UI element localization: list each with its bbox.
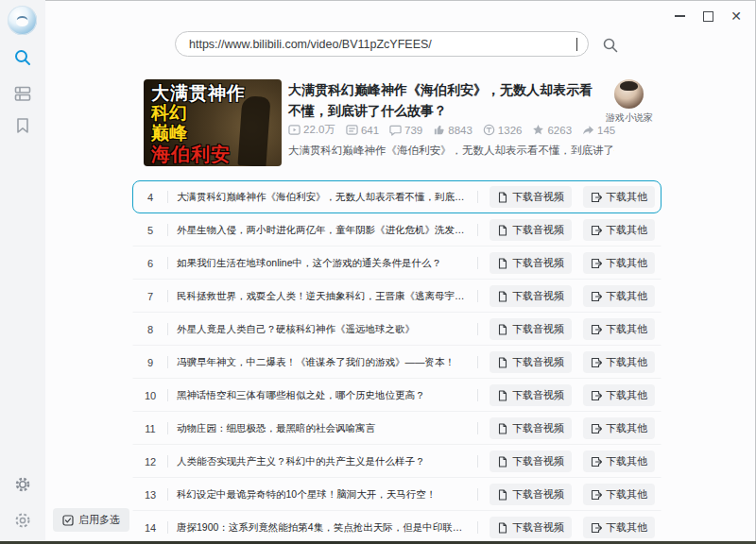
list-item[interactable]: 14 唐探1900：这系列竟然能拍第4集，笑点抢出天际，但是中印联合反美 下载音… <box>132 511 662 544</box>
divider <box>477 422 478 434</box>
sidebar-item-search[interactable] <box>12 47 33 68</box>
row-number: 9 <box>133 357 167 368</box>
file-download-icon <box>497 357 508 368</box>
export-icon <box>591 324 602 335</box>
uploader-name: 游戏小说家 <box>598 111 661 125</box>
download-other-button[interactable]: 下载其他 <box>583 450 655 472</box>
checkbox-icon <box>62 515 74 526</box>
download-av-button[interactable]: 下载音视频 <box>490 219 572 241</box>
divider <box>477 323 478 335</box>
minimize-icon[interactable] <box>669 7 690 26</box>
download-other-button[interactable]: 下载其他 <box>583 351 655 373</box>
row-title: 人类能否实现共产主义？科幻中的共产主义是什么样子？ <box>168 455 477 468</box>
list-item[interactable]: 6 如果我们生活在地球online中，这个游戏的通关条件是什么？ 下载音视频 下… <box>132 246 662 280</box>
uploader-avatar[interactable] <box>614 79 644 109</box>
file-download-icon <box>497 291 508 302</box>
download-av-button[interactable]: 下载音视频 <box>490 186 572 208</box>
row-number: 6 <box>133 258 167 269</box>
download-av-button[interactable]: 下载音视频 <box>490 417 572 439</box>
sidebar-item-services[interactable] <box>12 474 33 495</box>
row-number: 11 <box>133 423 167 434</box>
close-icon[interactable]: ✕ <box>726 7 747 26</box>
row-number: 14 <box>133 522 167 534</box>
list-item[interactable]: 7 民科拯救世界，戏耍全人类！逆天抽象科幻，王晋康《逃离母宇宙》 下载音视频 下… <box>132 280 662 313</box>
row-number: 12 <box>133 456 167 468</box>
divider <box>477 257 478 269</box>
stat-coins: 1326 <box>483 124 523 136</box>
export-icon <box>591 192 602 203</box>
search-icon <box>602 37 619 54</box>
episode-list: 4 大满贯科幻巅峰神作《海伯利安》，无数人却表示看不懂，到底讲了什么故... 下… <box>132 180 662 544</box>
download-av-button[interactable]: 下载音视频 <box>490 384 572 406</box>
download-other-button[interactable]: 下载其他 <box>583 484 655 505</box>
file-download-icon <box>497 522 508 534</box>
sidebar-item-tasks[interactable] <box>12 83 33 104</box>
download-other-button[interactable]: 下载其他 <box>583 252 655 274</box>
file-download-icon <box>497 423 508 434</box>
list-item[interactable]: 13 科幻设定中最诡异奇特的10个星球！脑洞大开，天马行空！ 下载音视频 下载其… <box>132 478 662 511</box>
row-title: 冯骥早年神文，中二爆表！《谁谋杀了我们的游戏》——资本！ <box>168 356 477 369</box>
video-title[interactable]: 大满贯科幻巅峰神作《海伯利安》，无数人却表示看不懂，到底讲了什么故事？ <box>288 80 605 121</box>
sidebar-item-bookmarks[interactable] <box>12 115 33 136</box>
sidebar-item-settings[interactable] <box>12 510 33 531</box>
download-av-button[interactable]: 下载音视频 <box>490 351 572 373</box>
danmaku-icon <box>346 124 358 136</box>
list-item[interactable]: 10 黑神话悟空和三体有哪些相似之处，哪个历史地位更高？ 下载音视频 下载其他 <box>132 379 662 412</box>
row-number: 13 <box>133 489 167 501</box>
video-description: 大满贯科幻巅峰神作《海伯利安》，无数人却表示看不懂，到底讲了什么故事？ <box>288 144 614 158</box>
play-icon <box>288 124 301 136</box>
list-item[interactable]: 12 人类能否实现共产主义？科幻中的共产主义是什么样子？ 下载音视频 下载其他 <box>132 445 662 478</box>
download-other-button[interactable]: 下载其他 <box>583 384 655 406</box>
file-download-icon <box>497 225 508 236</box>
list-item[interactable]: 8 外星人竟是人类自己？硬核科幻神作《遥远地球之歌》 下载音视频 下载其他 <box>132 313 662 346</box>
download-other-button[interactable]: 下载其他 <box>583 219 655 241</box>
download-other-button[interactable]: 下载其他 <box>583 186 655 208</box>
thumbnail-text: 大满贯神作 <box>151 84 282 104</box>
divider <box>477 488 478 501</box>
app-logo <box>8 6 37 35</box>
divider <box>477 191 478 203</box>
stat-plays: 22.0万 <box>288 123 335 137</box>
url-search-button[interactable] <box>602 37 619 54</box>
bookmark-icon <box>13 116 32 135</box>
download-other-button[interactable]: 下载其他 <box>583 517 655 538</box>
url-input[interactable] <box>176 32 588 56</box>
download-av-button[interactable]: 下载音视频 <box>490 484 572 505</box>
settings-gear-icon <box>13 511 32 530</box>
row-number: 4 <box>133 192 167 203</box>
video-card: 大满贯神作 科幻 巅峰 海伯利安 大满贯科幻巅峰神作《海伯利安》，无数人却表示看… <box>144 79 669 168</box>
search-icon <box>13 48 32 67</box>
row-title: 民科拯救世界，戏耍全人类！逆天抽象科幻，王晋康《逃离母宇宙》 <box>168 290 477 303</box>
export-icon <box>591 225 602 236</box>
download-other-button[interactable]: 下载其他 <box>583 285 655 307</box>
row-number: 7 <box>133 291 167 302</box>
row-number: 10 <box>133 390 167 401</box>
video-thumbnail[interactable]: 大满贯神作 科幻 巅峰 海伯利安 <box>144 79 282 166</box>
list-item[interactable]: 9 冯骥早年神文，中二爆表！《谁谋杀了我们的游戏》——资本！ 下载音视频 下载其… <box>132 346 662 379</box>
list-item[interactable]: 4 大满贯科幻巅峰神作《海伯利安》，无数人却表示看不懂，到底讲了什么故... 下… <box>132 180 662 213</box>
list-item[interactable]: 11 动物庄园：细思极恐，最黑暗的社会讽喻寓言 下载音视频 下载其他 <box>132 412 662 445</box>
app-window: ✕ <box>0 0 756 544</box>
download-av-button[interactable]: 下载音视频 <box>490 450 572 472</box>
download-av-button[interactable]: 下载音视频 <box>490 252 572 274</box>
row-title: 动物庄园：细思极恐，最黑暗的社会讽喻寓言 <box>168 422 477 435</box>
download-other-button[interactable]: 下载其他 <box>583 417 655 439</box>
list-item[interactable]: 5 外星生物入侵，两小时进化两亿年，童年阴影《进化危机》洗发水拯救世界！ 下载音… <box>132 213 662 246</box>
download-other-button[interactable]: 下载其他 <box>583 318 655 340</box>
export-icon <box>591 357 602 368</box>
row-title: 外星生物入侵，两小时进化两亿年，童年阴影《进化危机》洗发水拯救世界！ <box>168 224 477 237</box>
coin-icon <box>483 124 495 136</box>
maximize-icon[interactable] <box>697 7 718 26</box>
gear-small-icon <box>13 475 32 494</box>
download-av-button[interactable]: 下载音视频 <box>490 285 572 307</box>
divider <box>477 290 478 302</box>
file-download-icon <box>497 390 508 401</box>
divider <box>477 521 478 534</box>
row-title: 黑神话悟空和三体有哪些相似之处，哪个历史地位更高？ <box>168 389 477 402</box>
row-title: 大满贯科幻巅峰神作《海伯利安》，无数人却表示看不懂，到底讲了什么故... <box>168 191 477 204</box>
enable-multiselect-button[interactable]: 启用多选 <box>53 508 129 532</box>
file-download-icon <box>497 192 508 203</box>
download-av-button[interactable]: 下载音视频 <box>490 318 572 340</box>
download-av-button[interactable]: 下载音视频 <box>490 517 572 538</box>
text-caret <box>576 38 577 51</box>
